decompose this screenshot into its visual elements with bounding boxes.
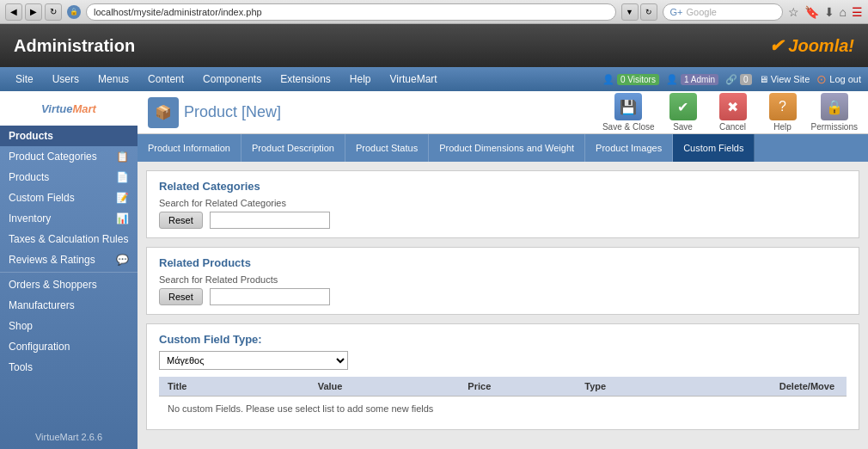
nav-content[interactable]: Content [139,70,193,89]
sidebar-item-manufacturers[interactable]: Manufacturers [0,295,138,316]
inventory-icon: 📊 [116,212,129,224]
cancel-icon: ✖ [719,93,747,120]
custom-field-section: Custom Field Type: Μάγεθος Title Value P… [146,323,859,430]
related-products-controls: Reset [159,288,847,305]
related-categories-search-input[interactable] [210,212,330,229]
product-title-text: Product [184,103,237,120]
list-icon: 📋 [116,151,129,163]
tab-product-dimensions[interactable]: Product Dimensions and Weight [429,134,585,162]
top-nav: Site Users Menus Content Components Exte… [0,67,868,91]
forward-button[interactable]: ▶ [25,3,42,21]
logout-icon: ⊙ [816,72,827,86]
page-title: 📦 Product [New] [148,97,281,128]
tab-product-description[interactable]: Product Description [241,134,345,162]
sidebar-item-inventory[interactable]: Inventory 📊 [0,208,138,229]
sidebar: VirtueMart Products Product Categories 📋… [0,91,138,449]
related-categories-reset-button[interactable]: Reset [159,212,203,229]
sidebar-item-taxes[interactable]: Taxes & Calculation Rules [0,229,138,249]
tab-product-images[interactable]: Product Images [585,134,673,162]
product-icon: 📦 [148,97,179,128]
tab-product-information[interactable]: Product Information [138,134,241,162]
related-categories-title: Related Categories [159,180,847,193]
sidebar-item-orders[interactable]: Orders & Shoppers [0,274,138,295]
nav-site[interactable]: Site [7,70,42,89]
page-content: Related Categories Search for Related Ca… [138,162,868,449]
custom-field-type-dropdown[interactable]: Μάγεθος [159,351,348,370]
download-icon[interactable]: ⬇ [824,5,834,19]
related-products-section: Related Products Search for Related Prod… [146,247,859,315]
sidebar-item-tools[interactable]: Tools [0,357,138,378]
sidebar-item-products[interactable]: Products 📄 [0,167,138,188]
back-button[interactable]: ◀ [5,3,22,21]
sidebar-logo: VirtueMart [0,91,138,126]
search-logo: G+ [670,7,683,17]
nav-extensions[interactable]: Extensions [272,70,339,89]
nav-users[interactable]: Users [44,70,88,89]
nav-help[interactable]: Help [341,70,380,89]
sidebar-divider-1 [0,272,138,273]
tab-custom-fields[interactable]: Custom Fields [673,134,755,162]
top-nav-right: 👤 0 Visitors 👤 1 Admin 🔗 0 🖥 View Site ⊙… [602,72,861,86]
content-area: VirtueMart Products Product Categories 📋… [0,91,868,449]
related-products-title: Related Products [159,256,847,269]
bookmark-icon[interactable]: 🔖 [804,5,819,19]
save-label: Save [673,122,693,132]
save-close-button[interactable]: 💾 Save & Close [602,93,655,132]
th-title: Title [159,381,309,391]
sidebar-item-product-categories[interactable]: Product Categories 📋 [0,146,138,167]
menu-icon[interactable]: ☰ [852,5,863,19]
toolbar: 💾 Save & Close ✔ Save ✖ Cancel ? Help 🔒 [602,93,858,132]
view-site-item[interactable]: 🖥 View Site [759,74,810,84]
visitors-item: 👤 0 Visitors [602,74,659,85]
custom-fields-icon: 📝 [116,192,129,204]
th-value: Value [309,381,460,391]
help-button[interactable]: ? Help [761,93,804,132]
custom-field-type-title: Custom Field Type: [159,333,847,346]
cancel-button[interactable]: ✖ Cancel [712,93,755,132]
admin-item: 👤 1 Admin [666,74,718,85]
product-header: 📦 Product [New] 💾 Save & Close ✔ Save ✖ [138,91,868,134]
browser-icons: ☆ 🔖 ⬇ ⌂ ☰ [788,5,863,19]
related-products-search-input[interactable] [210,288,330,305]
nav-virtuemart[interactable]: VirtueMart [382,70,446,89]
help-label: Help [773,122,792,132]
reload-button[interactable]: ↻ [45,3,62,21]
sidebar-item-reviews[interactable]: Reviews & Ratings 💬 [0,249,138,270]
sidebar-item-custom-fields[interactable]: Custom Fields 📝 [0,188,138,208]
star-icon[interactable]: ☆ [788,5,799,19]
nav-components[interactable]: Components [194,70,270,89]
browser-buttons: ◀ ▶ ↻ [5,3,62,21]
dropdown-arrow[interactable]: ▼ [621,3,639,21]
logout-label: Log out [829,74,861,84]
admin-badge: 1 Admin [681,74,718,85]
permissions-button[interactable]: 🔒 Permissions [811,93,858,132]
th-delete-move: Delete/Move [693,381,847,391]
permissions-label: Permissions [811,122,858,132]
tab-product-status[interactable]: Product Status [345,134,429,162]
nav-menus[interactable]: Menus [89,70,138,89]
visitors-icon: 👤 [602,74,614,85]
sidebar-section-products[interactable]: Products [0,126,138,146]
refresh-btn[interactable]: ↻ [640,3,657,21]
save-icon: ✔ [669,93,697,120]
related-categories-section: Related Categories Search for Related Ca… [146,170,859,238]
count-badge: 0 [740,74,752,85]
related-categories-controls: Reset [159,212,847,229]
top-nav-left: Site Users Menus Content Components Exte… [7,70,446,89]
sidebar-item-configuration[interactable]: Configuration [0,336,138,357]
address-bar[interactable]: localhost/mysite/administrator/index.php [86,3,616,21]
search-bar[interactable]: G+ Google [663,3,783,21]
browser-bar: ◀ ▶ ↻ 🔒 localhost/mysite/administrator/i… [0,0,868,24]
sidebar-version: VirtueMart 2.6.6 [0,425,138,449]
view-site-icon: 🖥 [759,74,768,84]
related-products-reset-button[interactable]: Reset [159,288,203,305]
logout-item[interactable]: ⊙ Log out [816,72,861,86]
sidebar-logo-text: VirtueMart [41,102,96,115]
save-button[interactable]: ✔ Save [662,93,705,132]
main-content: 📦 Product [New] 💾 Save & Close ✔ Save ✖ [138,91,868,449]
url-text: localhost/mysite/administrator/index.php [94,7,262,17]
count-item: 🔗 0 [725,74,752,85]
search-text: Google [687,7,717,17]
sidebar-item-shop[interactable]: Shop [0,316,138,336]
home-icon[interactable]: ⌂ [840,5,847,19]
